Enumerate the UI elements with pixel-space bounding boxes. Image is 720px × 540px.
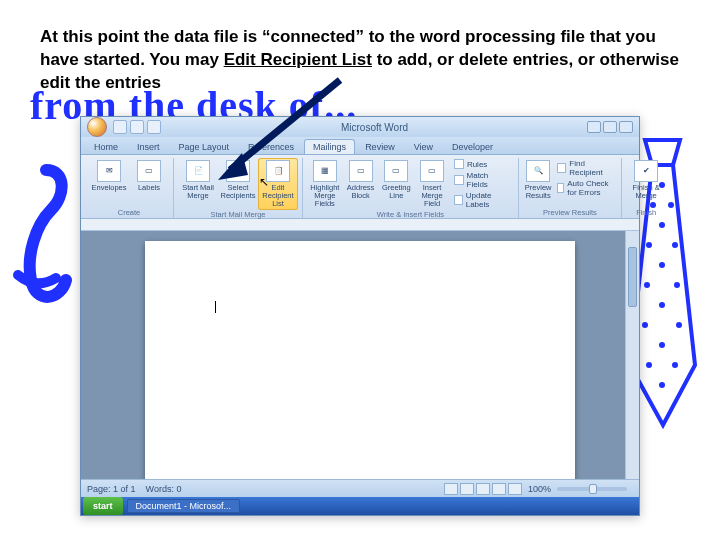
address-icon: ▭ [349, 160, 373, 182]
qat-undo-button[interactable] [130, 120, 144, 134]
envelope-icon: ✉ [97, 160, 121, 182]
find-recipient-button[interactable]: Find Recipient [553, 158, 617, 178]
group-create-label: Create [89, 208, 169, 218]
group-finish-label: Finish [626, 208, 666, 218]
check-icon [557, 183, 564, 193]
minimize-button[interactable] [587, 121, 601, 133]
ribbon-tabs: Home Insert Page Layout References Maili… [81, 137, 639, 155]
group-finish: ✔Finish & Merge Finish [622, 158, 670, 218]
start-mail-merge-button[interactable]: 📄Start Mail Merge [178, 158, 218, 202]
window-title: Microsoft Word [164, 122, 585, 133]
edit-list-icon: 📋 [266, 160, 290, 182]
ribbon: ✉Envelopes ▭Labels Create 📄Start Mail Me… [81, 155, 639, 219]
envelopes-button[interactable]: ✉Envelopes [89, 158, 129, 194]
group-start-label: Start Mail Merge [178, 210, 298, 220]
tab-mailings[interactable]: Mailings [304, 139, 355, 154]
insert-field-icon: ▭ [420, 160, 444, 182]
taskbar-item-word[interactable]: Document1 - Microsof... [127, 499, 241, 513]
svg-point-4 [646, 242, 652, 248]
zoom-knob[interactable] [589, 484, 597, 494]
start-button[interactable]: start [83, 497, 123, 515]
qat-save-button[interactable] [113, 120, 127, 134]
zoom-slider[interactable] [557, 487, 627, 491]
script-letter-l-icon [6, 160, 76, 310]
office-button[interactable] [87, 117, 107, 137]
view-outline-button[interactable] [492, 483, 506, 495]
view-web-button[interactable] [476, 483, 490, 495]
preview-results-button[interactable]: 🔍Preview Results [523, 158, 554, 202]
document-area[interactable] [81, 231, 639, 479]
tab-home[interactable]: Home [85, 139, 127, 154]
svg-point-12 [659, 342, 665, 348]
find-icon [557, 163, 566, 173]
update-labels-button[interactable]: Update Labels [450, 190, 514, 210]
slide-text-underline: Edit Recipient List [224, 50, 372, 69]
group-write-label: Write & Insert Fields [307, 210, 514, 220]
view-draft-button[interactable] [508, 483, 522, 495]
zoom-value: 100% [528, 484, 551, 494]
tab-view[interactable]: View [405, 139, 442, 154]
group-create: ✉Envelopes ▭Labels Create [85, 158, 174, 218]
svg-point-9 [659, 302, 665, 308]
status-page: Page: 1 of 1 [87, 484, 136, 494]
highlight-icon: ▦ [313, 160, 337, 182]
svg-point-14 [672, 362, 678, 368]
view-full-screen-button[interactable] [460, 483, 474, 495]
tab-insert[interactable]: Insert [128, 139, 169, 154]
group-preview: 🔍Preview Results Find Recipient Auto Che… [519, 158, 622, 218]
address-block-button[interactable]: ▭Address Block [343, 158, 379, 202]
svg-point-13 [646, 362, 652, 368]
vertical-scrollbar[interactable] [625, 231, 639, 479]
close-button[interactable] [619, 121, 633, 133]
document-page[interactable] [145, 241, 575, 479]
group-start-mail-merge: 📄Start Mail Merge 👥Select Recipients 📋Ed… [174, 158, 303, 218]
labels-button[interactable]: ▭Labels [129, 158, 169, 194]
edit-recipient-list-button[interactable]: 📋Edit Recipient List [258, 158, 298, 210]
titlebar: Microsoft Word [81, 117, 639, 137]
ruler[interactable] [81, 219, 639, 231]
rules-icon [454, 159, 464, 169]
label-icon: ▭ [137, 160, 161, 182]
tab-page-layout[interactable]: Page Layout [170, 139, 239, 154]
svg-point-6 [659, 262, 665, 268]
group-write-insert: ▦Highlight Merge Fields ▭Address Block ▭… [303, 158, 519, 218]
scrollbar-thumb[interactable] [628, 247, 637, 307]
tab-references[interactable]: References [239, 139, 303, 154]
maximize-button[interactable] [603, 121, 617, 133]
match-icon [454, 175, 464, 185]
svg-point-3 [659, 222, 665, 228]
svg-point-5 [672, 242, 678, 248]
qat-redo-button[interactable] [147, 120, 161, 134]
greeting-line-button[interactable]: ▭Greeting Line [378, 158, 414, 202]
greeting-icon: ▭ [384, 160, 408, 182]
recipients-icon: 👥 [226, 160, 250, 182]
status-bar: Page: 1 of 1 Words: 0 100% [81, 479, 639, 497]
view-print-layout-button[interactable] [444, 483, 458, 495]
status-words: Words: 0 [146, 484, 182, 494]
finish-icon: ✔ [634, 160, 658, 182]
tab-review[interactable]: Review [356, 139, 404, 154]
word-window: Microsoft Word Home Insert Page Layout R… [80, 116, 640, 516]
text-cursor [215, 301, 216, 313]
svg-point-10 [642, 322, 648, 328]
svg-point-11 [676, 322, 682, 328]
svg-point-7 [644, 282, 650, 288]
match-fields-button[interactable]: Match Fields [450, 170, 514, 190]
windows-taskbar: start Document1 - Microsof... [81, 497, 639, 515]
insert-merge-field-button[interactable]: ▭Insert Merge Field [414, 158, 450, 210]
auto-check-button[interactable]: Auto Check for Errors [553, 178, 617, 198]
finish-merge-button[interactable]: ✔Finish & Merge [626, 158, 666, 202]
svg-point-15 [659, 382, 665, 388]
group-preview-label: Preview Results [523, 208, 617, 218]
select-recipients-button[interactable]: 👥Select Recipients [218, 158, 258, 202]
rules-button[interactable]: Rules [450, 158, 514, 170]
highlight-fields-button[interactable]: ▦Highlight Merge Fields [307, 158, 343, 210]
svg-point-8 [674, 282, 680, 288]
tab-developer[interactable]: Developer [443, 139, 502, 154]
mailmerge-icon: 📄 [186, 160, 210, 182]
update-icon [454, 195, 463, 205]
preview-icon: 🔍 [526, 160, 550, 182]
